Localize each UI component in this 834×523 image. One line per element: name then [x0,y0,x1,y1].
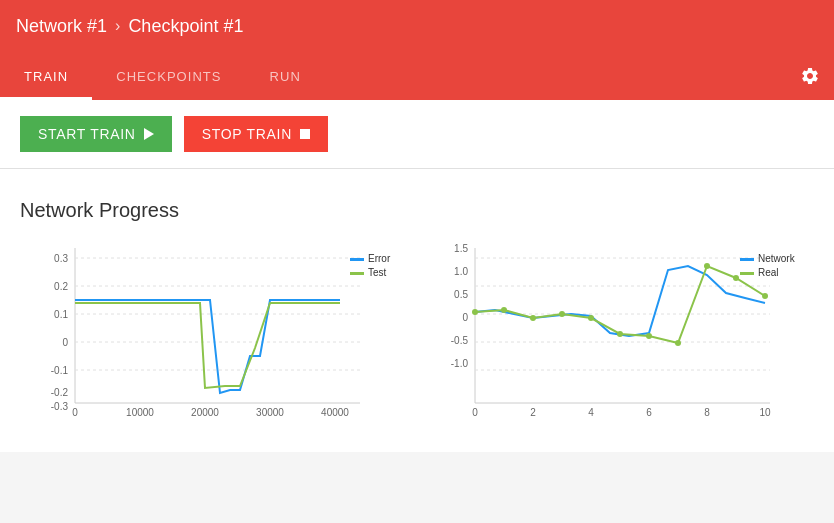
svg-rect-21 [350,272,364,275]
svg-rect-53 [740,258,754,261]
chart-section-title: Network Progress [20,199,814,222]
svg-text:-0.2: -0.2 [51,387,69,398]
svg-text:1.0: 1.0 [454,266,468,277]
svg-rect-19 [350,258,364,261]
svg-text:4: 4 [588,407,594,418]
svg-text:Network: Network [758,253,796,264]
svg-text:0.3: 0.3 [54,253,68,264]
svg-text:0: 0 [62,337,68,348]
svg-text:10: 10 [759,407,771,418]
play-icon [144,128,154,140]
tab-train[interactable]: TRAIN [0,52,92,100]
breadcrumb-separator: › [115,17,120,35]
error-chart: 0.3 0.2 0.1 0 -0.1 -0.2 -0.3 0 10000 200… [20,238,410,442]
start-train-button[interactable]: START TRAIN [20,116,172,152]
train-toolbar: START TRAIN STOP TRAIN [0,100,834,169]
svg-text:-1.0: -1.0 [451,358,469,369]
svg-text:0.5: 0.5 [454,289,468,300]
svg-text:-0.3: -0.3 [51,401,69,412]
main-content: START TRAIN STOP TRAIN Network Progress [0,100,834,452]
svg-text:20000: 20000 [191,407,219,418]
svg-text:Error: Error [368,253,391,264]
stop-icon [300,129,310,139]
svg-text:2: 2 [530,407,536,418]
stop-train-button[interactable]: STOP TRAIN [184,116,328,152]
network-chart-svg: 1.5 1.0 0.5 0 -0.5 -1.0 0 2 4 6 8 10 [430,238,820,438]
settings-button[interactable] [786,52,834,100]
app-header: Network #1 › Checkpoint #1 [0,0,834,52]
svg-text:0: 0 [72,407,78,418]
network-chart: 1.5 1.0 0.5 0 -0.5 -1.0 0 2 4 6 8 10 [430,238,820,442]
svg-text:Test: Test [368,267,387,278]
svg-text:1.5: 1.5 [454,243,468,254]
chart-section: Network Progress 0.3 0.2 0.1 [0,179,834,452]
svg-text:30000: 30000 [256,407,284,418]
svg-text:0.2: 0.2 [54,281,68,292]
svg-rect-55 [740,272,754,275]
svg-text:0: 0 [472,407,478,418]
charts-row: 0.3 0.2 0.1 0 -0.1 -0.2 -0.3 0 10000 200… [20,238,814,442]
svg-text:-0.5: -0.5 [451,335,469,346]
svg-text:40000: 40000 [321,407,349,418]
svg-text:6: 6 [646,407,652,418]
tab-run[interactable]: RUN [246,52,325,100]
gear-icon [800,66,820,86]
tab-bar: TRAIN CHECKPOINTS RUN [0,52,834,100]
svg-text:0: 0 [462,312,468,323]
checkpoint-title: Checkpoint #1 [128,16,243,37]
svg-text:Real: Real [758,267,779,278]
tab-checkpoints[interactable]: CHECKPOINTS [92,52,245,100]
error-chart-svg: 0.3 0.2 0.1 0 -0.1 -0.2 -0.3 0 10000 200… [20,238,410,438]
svg-text:0.1: 0.1 [54,309,68,320]
svg-text:-0.1: -0.1 [51,365,69,376]
svg-text:8: 8 [704,407,710,418]
svg-text:10000: 10000 [126,407,154,418]
network-link[interactable]: Network #1 [16,16,107,37]
